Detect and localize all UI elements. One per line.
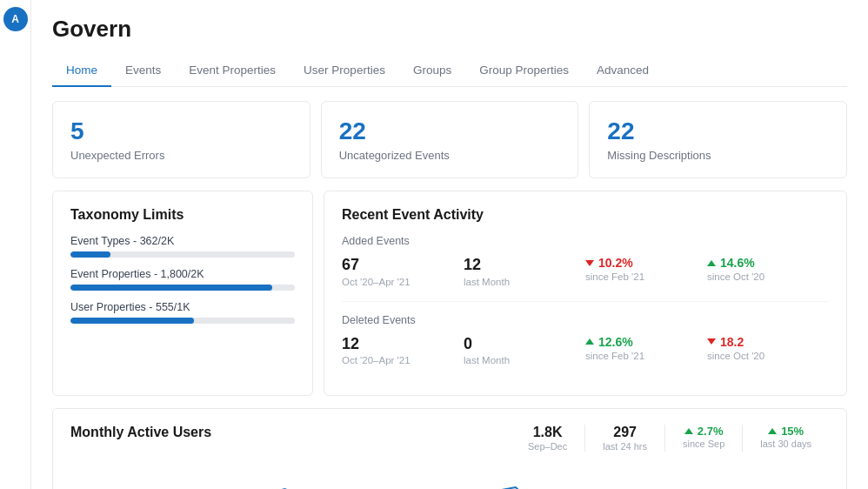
deleted-main-0: 12 [342, 335, 464, 354]
added-cell-3: 14.6% since Oct '20 [707, 256, 829, 282]
mau-stat-label-3: last 30 days [760, 439, 811, 449]
stat-card-errors: 5 Unexpected Errors [52, 101, 310, 178]
mau-stat-label-1: last 24 hrs [603, 441, 647, 452]
mau-stat-0: 1.8K Sep–Dec [511, 425, 585, 452]
progress-fill-1 [70, 285, 272, 291]
stat-label-uncategorized: Uncategorized Events [339, 149, 561, 162]
taxonomy-item-1: Event Properties - 1,800/2K [70, 268, 295, 291]
deleted-change-3: 18.2 [707, 335, 829, 349]
logo-text: A [11, 13, 19, 25]
activity-divider [342, 301, 829, 302]
mau-stat-1: 297 last 24 hrs [585, 425, 665, 452]
added-change-3: 14.6% [707, 256, 829, 270]
arrow-up-icon-3 [768, 428, 777, 434]
added-events-row: 67 Oct '20–Apr '21 12 last Month 10.2% [342, 256, 829, 287]
mau-stat-label-2: since Sep [683, 439, 724, 449]
added-sub-2: since Feb '21 [585, 271, 707, 282]
mau-stat-2: 2.7% since Sep [665, 425, 743, 452]
app-layout: A Govern Home Events Event Properties Us… [0, 0, 868, 489]
content-area: 5 Unexpected Errors 22 Uncategorized Eve… [31, 87, 868, 489]
progress-fill-2 [70, 318, 194, 324]
page-title: Govern [52, 16, 847, 43]
added-change-2: 10.2% [585, 256, 707, 270]
stats-row: 5 Unexpected Errors 22 Uncategorized Eve… [52, 101, 847, 178]
added-cell-0: 67 Oct '20–Apr '21 [342, 256, 464, 287]
taxonomy-item-0: Event Types - 362/2K [70, 235, 295, 258]
activity-card: Recent Event Activity Added Events 67 Oc… [324, 191, 847, 396]
page-header: Govern Home Events Event Properties User… [31, 0, 868, 87]
stat-number-errors: 5 [70, 117, 292, 145]
deleted-sub-0: Oct '20–Apr '21 [342, 355, 464, 365]
activity-section-deleted: Deleted Events 12 Oct '20–Apr '21 0 last… [342, 314, 829, 366]
tab-advanced[interactable]: Advanced [583, 55, 663, 87]
mau-stat-3: 15% last 30 days [743, 425, 829, 452]
nav-tabs: Home Events Event Properties User Proper… [52, 55, 847, 87]
taxonomy-label-0: Event Types - 362/2K [70, 235, 295, 247]
mau-stat-number-1: 297 [603, 425, 647, 440]
stat-card-uncategorized: 22 Uncategorized Events [321, 101, 579, 178]
added-sub-1: last Month [464, 277, 585, 287]
mau-stat-change-2: 2.7% [683, 425, 724, 438]
mau-header: Monthly Active Users 1.8K Sep–Dec 297 la… [70, 425, 829, 452]
tab-groups[interactable]: Groups [399, 55, 465, 87]
deleted-events-row: 12 Oct '20–Apr '21 0 last Month 12.6% [342, 335, 829, 366]
activity-section-added: Added Events 67 Oct '20–Apr '21 12 last … [342, 235, 829, 287]
mau-card: Monthly Active Users 1.8K Sep–Dec 297 la… [52, 408, 847, 489]
deleted-sub-1: last Month [464, 355, 585, 365]
deleted-cell-1: 0 last Month [464, 335, 585, 366]
middle-row: Taxonomy Limits Event Types - 362/2K Eve… [52, 191, 847, 396]
added-cell-1: 12 last Month [464, 256, 585, 287]
logo-icon: A [3, 7, 28, 31]
progress-bar-1 [70, 285, 295, 291]
tab-group-properties[interactable]: Group Properties [465, 55, 583, 87]
stat-label-missing: Missing Descriptions [607, 149, 829, 162]
taxonomy-title: Taxonomy Limits [70, 207, 295, 223]
tab-user-properties[interactable]: User Properties [290, 55, 399, 87]
stat-label-errors: Unexpected Errors [70, 149, 292, 162]
mau-stats: 1.8K Sep–Dec 297 last 24 hrs 2.7% [511, 425, 829, 452]
deleted-cell-3: 18.2 since Oct '20 [707, 335, 829, 361]
main-content: Govern Home Events Event Properties User… [31, 0, 868, 489]
tab-events[interactable]: Events [111, 55, 175, 87]
deleted-sub-3: since Oct '20 [707, 351, 829, 361]
stat-number-uncategorized: 22 [339, 117, 561, 145]
added-main-0: 67 [342, 256, 464, 275]
arrow-up-icon-0 [707, 260, 716, 266]
tab-home[interactable]: Home [52, 55, 111, 87]
arrow-down-icon-0 [585, 260, 594, 266]
mau-stat-label-0: Sep–Dec [528, 441, 567, 452]
arrow-down-icon-1 [707, 338, 716, 345]
added-sub-3: since Oct '20 [707, 271, 829, 282]
mau-stat-change-3: 15% [760, 425, 811, 438]
tab-event-properties[interactable]: Event Properties [175, 55, 290, 87]
taxonomy-item-2: User Properties - 555/1K [70, 301, 295, 324]
stat-number-missing: 22 [607, 117, 829, 145]
arrow-up-icon-2 [684, 428, 693, 434]
mau-chart [70, 463, 829, 489]
deleted-sub-2: since Feb '21 [585, 351, 707, 361]
mau-title: Monthly Active Users [70, 425, 211, 440]
deleted-change-2: 12.6% [585, 335, 707, 349]
sidebar: A [0, 0, 31, 489]
deleted-cell-2: 12.6% since Feb '21 [585, 335, 707, 361]
deleted-events-label: Deleted Events [342, 314, 829, 326]
stat-card-missing: 22 Missing Descriptions [589, 101, 847, 178]
mau-stat-number-0: 1.8K [528, 425, 567, 440]
added-cell-2: 10.2% since Feb '21 [585, 256, 707, 282]
deleted-cell-0: 12 Oct '20–Apr '21 [342, 335, 464, 366]
added-main-1: 12 [464, 256, 585, 275]
mau-title-area: Monthly Active Users [70, 425, 211, 452]
added-sub-0: Oct '20–Apr '21 [342, 277, 464, 287]
progress-fill-0 [70, 251, 110, 258]
progress-bar-2 [70, 318, 295, 324]
activity-title: Recent Event Activity [342, 207, 829, 223]
progress-bar-0 [70, 251, 295, 258]
taxonomy-label-2: User Properties - 555/1K [70, 301, 295, 313]
taxonomy-label-1: Event Properties - 1,800/2K [70, 268, 295, 280]
added-events-label: Added Events [342, 235, 829, 247]
taxonomy-card: Taxonomy Limits Event Types - 362/2K Eve… [52, 191, 313, 396]
chart-area [70, 463, 829, 489]
deleted-main-1: 0 [464, 335, 585, 354]
arrow-up-icon-1 [585, 338, 594, 345]
